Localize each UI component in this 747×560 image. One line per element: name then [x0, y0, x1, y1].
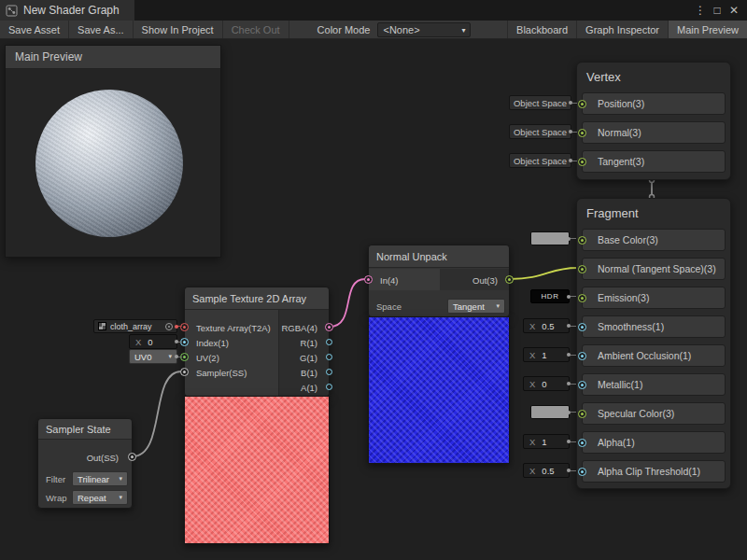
block-normal-tangent-space[interactable]: Normal (Tangent Space)(3)	[582, 258, 726, 280]
main-preview-panel[interactable]: Main Preview	[5, 45, 221, 258]
block-normal[interactable]: Normal(3)	[582, 121, 726, 144]
block-position[interactable]: Position(3)	[582, 92, 726, 115]
space-value: Tangent	[453, 301, 485, 312]
sampler-input-port[interactable]	[180, 368, 189, 376]
main-preview-header[interactable]: Main Preview	[6, 46, 220, 69]
sample-texture-2d-array-node[interactable]: Sample Texture 2D Array Texture Array(T2…	[184, 287, 330, 397]
metallic-input-port[interactable]	[578, 381, 586, 389]
tangent-space-dropdown[interactable]: Object Space	[509, 153, 571, 168]
metallic-value-widget[interactable]: X 0	[523, 376, 570, 391]
index-value-widget[interactable]: X 0	[129, 334, 177, 349]
alpha-input-port[interactable]	[578, 439, 586, 447]
widget-connector	[569, 326, 576, 327]
block-metallic[interactable]: Metallic(1)	[582, 373, 726, 396]
graph-canvas[interactable]: Main Preview Vertex Position(3) Normal(3…	[0, 39, 747, 560]
emission-hdr-swatch[interactable]: HDR	[530, 289, 570, 303]
block-base-color[interactable]: Base Color(3)	[582, 229, 726, 251]
ambient-occlusion-value-widget[interactable]: X 1	[523, 347, 570, 362]
alpha-clip-input-port[interactable]	[578, 468, 586, 476]
widget-connector	[571, 132, 577, 133]
a-output-port[interactable]	[326, 384, 332, 390]
block-specular-color[interactable]: Specular Color(3)	[582, 402, 726, 425]
normal-tangent-input-port[interactable]	[578, 265, 586, 273]
chevron-down-icon: ▾	[119, 475, 122, 483]
port-label: R(1)	[301, 335, 317, 350]
ambient-occlusion-input-port[interactable]	[578, 352, 586, 360]
space-value: Object Space	[514, 156, 567, 166]
normal-unpack-node[interactable]: Normal Unpack In(4) Out(3) Space Tangent…	[368, 245, 510, 317]
block-label: Position(3)	[598, 98, 644, 109]
block-emission[interactable]: Emission(3)	[582, 287, 726, 309]
base-color-swatch[interactable]	[530, 231, 570, 245]
uv-input-port[interactable]	[180, 353, 189, 361]
base-color-input-port[interactable]	[578, 236, 586, 245]
out-output-port[interactable]	[505, 275, 514, 284]
out-ss-output-port[interactable]	[128, 453, 136, 461]
node-header[interactable]: Sampler State	[38, 419, 132, 440]
save-asset-button[interactable]: Save Asset	[0, 21, 69, 38]
vertex-stack-node[interactable]: Vertex Position(3) Normal(3) Tangent(3)	[576, 62, 731, 180]
specular-color-input-port[interactable]	[578, 410, 586, 418]
alpha-clip-value-widget[interactable]: X 0.5	[523, 463, 570, 478]
position-space-dropdown[interactable]: Object Space	[509, 95, 571, 110]
smoothness-input-port[interactable]	[578, 323, 586, 331]
smoothness-value-widget[interactable]: X 0.5	[523, 318, 570, 333]
axis-label: X	[529, 466, 535, 476]
node-header[interactable]: Normal Unpack	[369, 245, 509, 268]
normal-input-port[interactable]	[578, 129, 586, 137]
window-controls: ⋮ □ ✕	[693, 0, 747, 21]
normal-space-dropdown[interactable]: Object Space	[509, 124, 571, 139]
preview-sphere	[35, 90, 183, 237]
rgba-output-port[interactable]	[325, 323, 333, 331]
block-alpha[interactable]: Alpha(1)	[582, 431, 726, 454]
filter-dropdown[interactable]: Trilinear ▾	[72, 471, 128, 486]
block-alpha-clip-threshold[interactable]: Alpha Clip Threshold(1)	[582, 460, 726, 483]
unity-shader-graph-window: New Shader Graph ⋮ □ ✕ Save Asset Save A…	[0, 0, 747, 560]
tangent-input-port[interactable]	[578, 158, 586, 166]
emission-input-port[interactable]	[578, 294, 586, 302]
cloth-array-texture-field[interactable]: cloth_array	[93, 319, 177, 333]
index-input-port[interactable]	[180, 338, 189, 346]
save-as-button[interactable]: Save As...	[69, 21, 134, 38]
chevron-down-icon: ▾	[461, 26, 465, 35]
block-tangent[interactable]: Tangent(3)	[582, 150, 726, 173]
wire-rgba-to-normal-unpack-in[interactable]	[330, 279, 365, 327]
axis-value: 0.5	[542, 321, 554, 331]
alpha-value-widget[interactable]: X 1	[523, 434, 570, 449]
g-output-port[interactable]	[326, 354, 332, 360]
blackboard-toggle-button[interactable]: Blackboard	[507, 21, 576, 38]
color-mode-dropdown[interactable]: <None> ▾	[377, 22, 471, 37]
space-dropdown[interactable]: Tangent ▾	[447, 299, 505, 314]
main-preview-toggle-button[interactable]: Main Preview	[668, 21, 747, 38]
close-icon[interactable]: ✕	[726, 0, 741, 21]
widget-connector	[569, 470, 576, 471]
position-input-port[interactable]	[578, 100, 586, 108]
graph-inspector-toggle-button[interactable]: Graph Inspector	[576, 21, 668, 38]
in-input-port[interactable]	[364, 275, 373, 284]
b-output-port[interactable]	[326, 369, 332, 375]
texture-array-input-port[interactable]	[180, 323, 189, 331]
block-ambient-occlusion[interactable]: Ambient Occlusion(1)	[582, 344, 726, 367]
sampler-state-node[interactable]: Sampler State Out(SS) Filter Trilinear ▾…	[37, 418, 133, 509]
shader-graph-tab[interactable]: New Shader Graph	[0, 0, 134, 21]
block-smoothness[interactable]: Smoothness(1)	[582, 315, 726, 338]
uv-channel-value: UV0	[134, 352, 151, 362]
node-header[interactable]: Sample Texture 2D Array	[185, 287, 329, 310]
object-picker-icon[interactable]	[165, 323, 173, 330]
widget-connector	[571, 103, 577, 104]
block-label: Metallic(1)	[598, 379, 642, 390]
axis-value: 0	[148, 337, 152, 347]
show-in-project-button[interactable]: Show In Project	[134, 21, 223, 38]
shader-graph-icon	[6, 5, 18, 17]
specular-color-swatch[interactable]	[530, 405, 570, 419]
wrap-dropdown[interactable]: Repeat ▾	[72, 490, 128, 505]
wire-sampler-state-to-sampler[interactable]	[133, 371, 181, 456]
window-menu-icon[interactable]: ⋮	[693, 0, 708, 21]
fragment-stack-node[interactable]: Fragment Base Color(3) Normal (Tangent S…	[576, 198, 731, 489]
uv-channel-dropdown[interactable]: UV0 ▾	[129, 349, 177, 364]
r-output-port[interactable]	[326, 339, 332, 345]
maximize-icon[interactable]: □	[710, 0, 725, 21]
wire-normal-unpack-out-to-fragment-normal[interactable]	[510, 268, 577, 279]
widget-connector	[176, 326, 182, 327]
wrap-label: Wrap	[46, 493, 67, 503]
